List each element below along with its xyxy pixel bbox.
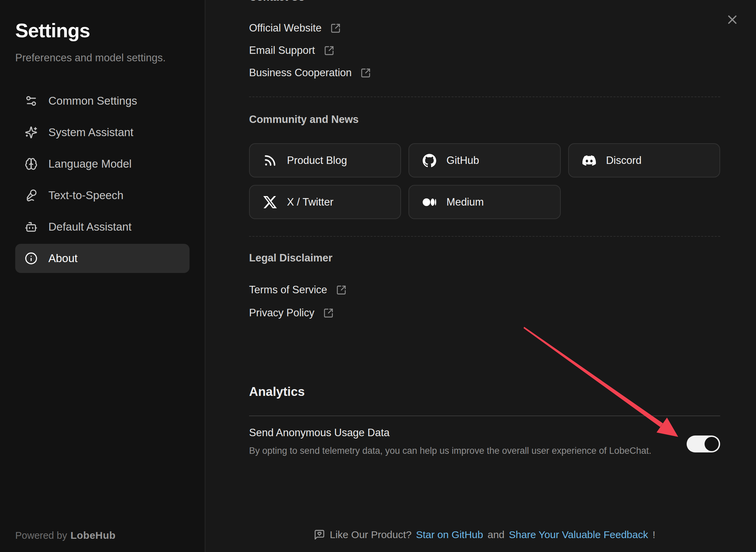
official-website-link[interactable]: Official Website	[249, 22, 720, 35]
sidebar-item-system-assistant[interactable]: System Assistant	[15, 118, 190, 147]
telemetry-setting-text: Send Anonymous Usage Data By opting to s…	[249, 426, 651, 456]
share-feedback-link[interactable]: Share Your Valuable Feedback	[509, 529, 648, 540]
link-label: Business Cooperation	[249, 67, 352, 79]
footer-text: !	[652, 529, 655, 540]
page-subtitle: Preferences and model settings.	[15, 52, 190, 64]
medium-icon	[423, 195, 436, 209]
link-label: Official Website	[249, 22, 321, 34]
sidebar-item-label: Language Model	[48, 157, 132, 170]
github-icon	[423, 154, 436, 167]
link-label: Email Support	[249, 44, 315, 57]
link-label: Privacy Policy	[249, 307, 314, 319]
button-label: Discord	[606, 154, 642, 167]
powered-by: Powered byLobeHub	[15, 530, 116, 541]
message-heart-icon	[314, 529, 325, 540]
github-button[interactable]: GitHub	[408, 143, 560, 177]
info-icon	[25, 252, 38, 265]
button-label: GitHub	[446, 154, 479, 167]
footer-text: and	[488, 529, 505, 540]
analytics-heading: Analytics	[249, 384, 720, 400]
mic-icon	[25, 189, 38, 202]
sidebar-item-label: Common Settings	[48, 94, 137, 107]
contact-us-heading: Contact Us	[249, 0, 305, 4]
settings-window: Settings Preferences and model settings.…	[0, 0, 756, 552]
sidebar-item-label: System Assistant	[48, 126, 133, 139]
sliders-icon	[25, 94, 38, 107]
toggle-knob	[705, 437, 719, 451]
telemetry-setting-row: Send Anonymous Usage Data By opting to s…	[249, 426, 720, 456]
x-twitter-button[interactable]: X / Twitter	[249, 185, 401, 219]
community-heading: Community and News	[249, 113, 720, 126]
page-title: Settings	[15, 19, 190, 42]
settings-nav: Common Settings System Assistant Languag…	[15, 86, 190, 273]
external-link-icon	[360, 68, 371, 78]
powered-by-text: Powered by	[15, 530, 67, 541]
external-link-icon	[336, 285, 347, 295]
discord-button[interactable]: Discord	[568, 143, 720, 177]
external-link-icon	[330, 23, 341, 34]
footer-text: Like Our Product?	[330, 529, 412, 540]
medium-button[interactable]: Medium	[408, 185, 560, 219]
contact-links: Official Website Email Support Business …	[249, 0, 720, 79]
sidebar-item-default-assistant[interactable]: Default Assistant	[15, 212, 190, 241]
button-label: Medium	[446, 196, 484, 208]
close-icon	[725, 13, 739, 27]
brain-icon	[25, 157, 38, 170]
section-divider	[249, 416, 720, 416]
link-label: Terms of Service	[249, 284, 327, 296]
rss-icon	[263, 154, 277, 167]
external-link-icon	[323, 308, 334, 318]
legal-heading: Legal Disclaimer	[249, 251, 720, 265]
telemetry-setting-description: By opting to send telemetry data, you ca…	[249, 445, 651, 456]
x-twitter-icon	[263, 195, 277, 209]
button-label: X / Twitter	[287, 196, 333, 208]
section-divider	[249, 236, 720, 237]
sidebar-item-common-settings[interactable]: Common Settings	[15, 86, 190, 115]
external-link-icon	[324, 45, 334, 56]
section-divider	[249, 97, 720, 97]
email-support-link[interactable]: Email Support	[249, 44, 720, 57]
about-panel: Contact Us Official Website Email Suppor…	[206, 0, 756, 552]
star-on-github-link[interactable]: Star on GitHub	[416, 529, 483, 540]
discord-icon	[582, 154, 596, 167]
telemetry-setting-label: Send Anonymous Usage Data	[249, 426, 651, 439]
sidebar-item-label: Text-to-Speech	[48, 189, 124, 202]
button-label: Product Blog	[287, 154, 347, 167]
sidebar-item-label: About	[48, 252, 77, 265]
terms-of-service-link[interactable]: Terms of Service	[249, 283, 720, 296]
bot-icon	[25, 220, 38, 233]
sidebar-item-label: Default Assistant	[48, 220, 132, 233]
lobehub-brand: LobeHub	[70, 530, 115, 541]
privacy-policy-link[interactable]: Privacy Policy	[249, 306, 720, 319]
sparkles-icon	[25, 126, 38, 139]
panel-footer: Like Our Product? Star on GitHub and Sha…	[249, 529, 720, 540]
product-blog-button[interactable]: Product Blog	[249, 143, 401, 177]
sidebar-item-language-model[interactable]: Language Model	[15, 149, 190, 178]
sidebar-item-about[interactable]: About	[15, 244, 190, 273]
sidebar-item-text-to-speech[interactable]: Text-to-Speech	[15, 181, 190, 210]
community-buttons: Product Blog GitHub Discord X / Twitter …	[249, 143, 720, 219]
legal-links: Terms of Service Privacy Policy	[249, 265, 720, 319]
business-cooperation-link[interactable]: Business Cooperation	[249, 66, 720, 79]
settings-sidebar: Settings Preferences and model settings.…	[0, 0, 205, 552]
telemetry-toggle[interactable]	[687, 436, 720, 452]
close-button[interactable]	[723, 10, 742, 29]
